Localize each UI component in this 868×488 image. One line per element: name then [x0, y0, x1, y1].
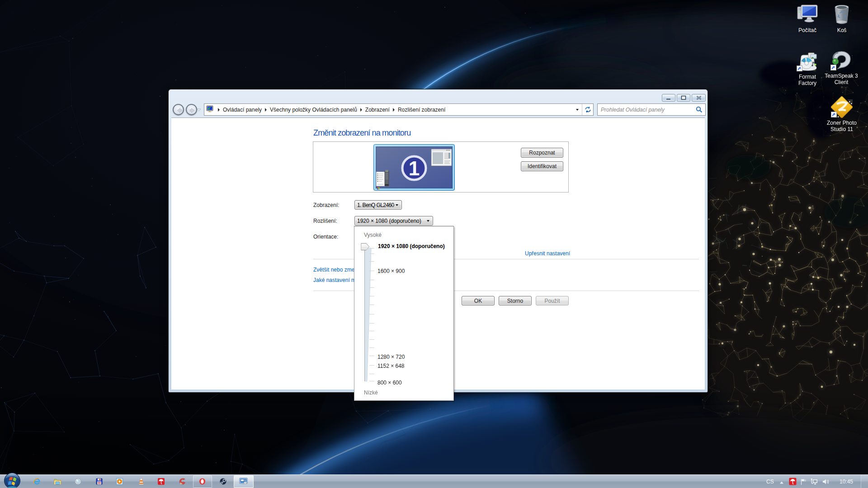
- svg-text:1: 1: [409, 157, 420, 179]
